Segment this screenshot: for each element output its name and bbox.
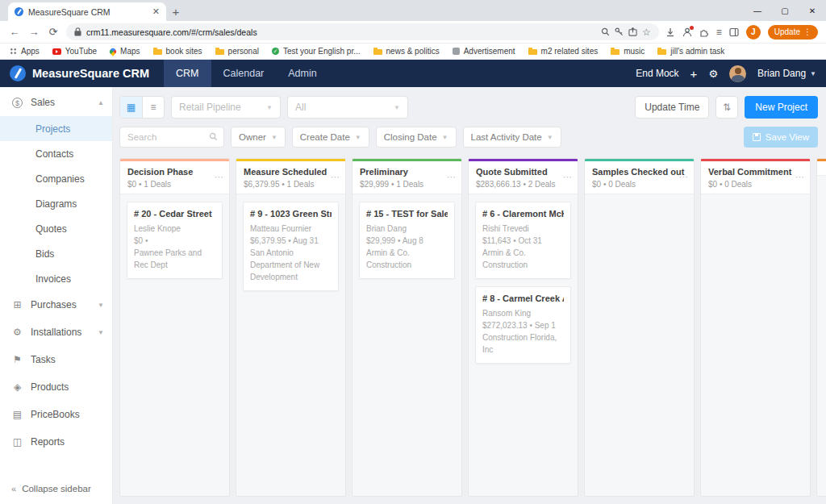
nav-tab-calendar[interactable]: Calendar [211,60,277,87]
filter-right: Save View [744,127,818,148]
filter-create-date[interactable]: Create Date▼ [292,127,369,148]
pipeline-value: Retail Pipeline [179,102,241,113]
bookmark-maps[interactable]: Maps [110,47,140,56]
chrome-update-button[interactable]: Update ⋮ [768,25,818,40]
scope-select[interactable]: All ▼ [287,96,408,119]
sidebar-subitem-quotes[interactable]: Quotes [0,216,112,241]
password-key-icon[interactable] [615,27,624,36]
column-body: # 9 - 1023 Green Street Matteau Fournier… [236,194,345,298]
filter-last-activity-date[interactable]: Last Activity Date▼ [463,127,561,148]
bookmark-m2-related-sites[interactable]: m2 related sites [528,47,599,56]
sidebar-item-products[interactable]: ◈Products [0,373,112,401]
bookmark-apps[interactable]: Apps [10,47,40,56]
sidebar-subitem-companies[interactable]: Companies [0,166,112,191]
nav-tab-admin[interactable]: Admin [276,60,328,87]
deal-card[interactable]: # 6 - Claremont McKen... Rishi Trevedi $… [475,202,571,279]
sidebar-item-purchases[interactable]: ⊞Purchases▼ [0,291,112,319]
forward-button[interactable]: → [27,26,40,38]
sidebar-item-sales[interactable]: $Sales▲ [0,89,112,116]
window-close-button[interactable]: ✕ [799,0,826,21]
app-header: MeasureSquare CRM CRMCalendarAdmin End M… [0,60,826,87]
nav-tab-crm[interactable]: CRM [164,60,211,87]
deal-card[interactable]: # 9 - 1023 Green Street Matteau Fournier… [243,202,339,291]
column-menu-button[interactable]: ⋯ [215,173,223,181]
column-menu-button[interactable]: ⋯ [331,173,340,181]
sidebar-subitem-projects[interactable]: Projects [0,116,112,141]
deal-owner: Matteau Fournier [250,223,332,235]
add-icon[interactable]: + [690,67,698,81]
bookmark-advertisement[interactable]: Advertisement [453,47,515,56]
column-menu-button[interactable]: ⋯ [447,173,456,181]
bookmark-youtube[interactable]: YouTube [52,47,97,56]
browser-tab[interactable]: MeasureSquare CRM ✕ [8,2,166,21]
bookmark-star-icon[interactable]: ☆ [642,27,651,38]
user-menu[interactable]: Brian Dang ▼ [757,68,816,79]
column-title: Measure Scheduled [244,167,338,177]
bookmark-book-sites[interactable]: book sites [153,47,202,56]
sort-button[interactable]: ⇅ [715,96,738,119]
sidebar-subitem-diagrams[interactable]: Diagrams [0,191,112,216]
bookmark-jill-s-admin-task[interactable]: jill's admin task [657,47,724,56]
search-input[interactable] [127,132,209,142]
side-panel-icon[interactable] [729,27,739,37]
search-icon[interactable] [601,27,610,36]
save-view-button[interactable]: Save View [744,127,818,148]
update-time-button[interactable]: Update Time [635,96,709,119]
sidebar-subitem-contacts[interactable]: Contacts [0,141,112,166]
new-project-button[interactable]: New Project [745,96,818,119]
column-menu-button[interactable]: ⋯ [795,173,804,181]
back-button[interactable]: ← [8,26,21,38]
filter-owner[interactable]: Owner▼ [231,127,286,148]
sidebar-subitem-bids[interactable]: Bids [0,241,112,266]
deal-company: San Antonio Department of New Developmen… [250,247,332,283]
deal-card[interactable]: # 8 - Carmel Creek Apar... Ransom King $… [475,286,571,364]
purchases-icon: ⊞ [11,299,23,310]
download-icon[interactable] [665,27,675,37]
gear-icon[interactable]: ⚙ [708,68,718,80]
save-view-label: Save View [766,132,809,142]
bookmark-test-your-english-pr[interactable]: Test your English pr... [272,47,361,56]
share-icon[interactable] [628,27,637,36]
collapse-sidebar-button[interactable]: « Collapse sidebar [0,473,112,504]
column-menu-button[interactable]: ⋯ [679,173,688,181]
sidebar-item-reports[interactable]: ◫Reports [0,428,112,456]
deal-card[interactable]: # 15 - TEST for Sales - R... Brian Dang … [359,202,455,279]
search-icon[interactable] [209,130,218,144]
sidebar-item-pricebooks[interactable]: ▤PriceBooks [0,401,112,428]
alert-badge [690,26,694,30]
bookmark-label: book sites [166,47,202,56]
sidebar-item-installations[interactable]: ⚙Installations▼ [0,319,112,346]
kanban-column-samples-checked-out: Samples Checked out ⋯ $0 • 0 Deals [584,158,695,497]
deal-card[interactable]: # 20 - Cedar Street Leslie Knope $0 • Pa… [127,202,223,279]
browser-profile-avatar[interactable]: J [746,25,761,40]
folder-icon [215,49,224,55]
reading-list-icon[interactable]: ≡ [716,27,722,38]
sidebar-item-tasks[interactable]: ⚑Tasks [0,346,112,373]
deal-company: Construction Florida, Inc [482,331,564,356]
bookmark-news-politics[interactable]: news & politics [373,47,440,56]
window-maximize-button[interactable]: ▢ [771,0,799,21]
kanban-column-quote-submitted: Quote Submitted ⋯ $283,666.13 • 2 Deals … [468,158,578,497]
window-minimize-button[interactable]: — [744,0,771,21]
refresh-button[interactable]: ⟳ [47,26,60,38]
filter-closing-date[interactable]: Closing Date▼ [376,127,457,148]
url-bar[interactable]: crm11.measuresquare.com/#/crm/sales/deal… [66,23,659,40]
kanban-view-button[interactable]: ▦ [120,97,142,118]
column-menu-button[interactable]: ⋯ [563,173,572,181]
apps-icon [10,48,17,55]
pipeline-select[interactable]: Retail Pipeline ▼ [171,96,281,119]
end-mock-button[interactable]: End Mock [636,68,678,79]
bookmark-personal[interactable]: personal [215,47,259,56]
extensions-icon[interactable] [699,27,709,37]
sidebar-subitem-invoices[interactable]: Invoices [0,266,112,291]
brand[interactable]: MeasureSquare CRM [10,65,149,81]
profile-alert-icon[interactable] [682,27,692,37]
deal-amount: $29,999 • Aug 8 [366,235,448,247]
list-view-button[interactable]: ≡ [142,97,164,118]
site-info-lock-icon[interactable] [74,27,81,36]
user-avatar[interactable] [729,65,746,82]
search-box[interactable] [119,127,224,148]
tab-close-icon[interactable]: ✕ [152,6,160,17]
new-tab-button[interactable]: + [166,2,186,21]
bookmark-music[interactable]: music [611,47,645,56]
